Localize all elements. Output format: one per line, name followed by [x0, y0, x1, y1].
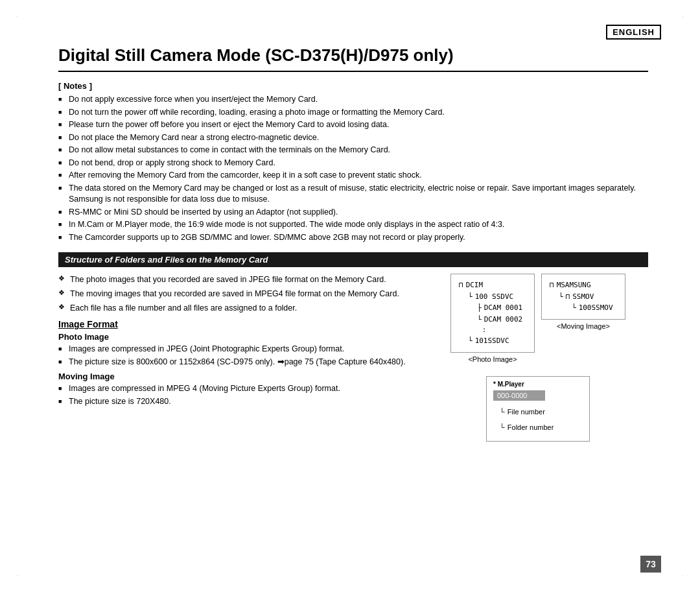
tree-connector: └	[500, 406, 505, 419]
structure-section-header: Structure of Folders and Files on the Me…	[58, 252, 648, 267]
two-column-layout: The photo images that you recorded are s…	[58, 274, 648, 442]
notes-list: Do not apply excessive force when you in…	[58, 94, 648, 243]
mplayer-file-number: File number	[508, 406, 545, 419]
moving-folder-box: ⊓ MSAMSUNG └ ⊓ SSMOV	[541, 274, 625, 320]
photo-bullets: Images are compressed in JPEG (Joint Pho…	[58, 344, 415, 368]
note-item: The Camcorder supports up to 2GB SD/MMC …	[58, 232, 648, 244]
structure-bullet: Each file has a file number and all file…	[58, 302, 415, 314]
note-item: Do not bend, drop or apply strong shock …	[58, 158, 648, 169]
tree-connector: └	[559, 291, 563, 303]
moving-bullet: The picture size is 720X480.	[58, 396, 415, 408]
note-item: Do not apply excessive force when you in…	[58, 94, 648, 106]
tree-label: DCIM	[466, 279, 484, 291]
right-column: ⊓ DCIM └ 100 SSDVC ├	[428, 274, 648, 442]
note-item: Do not place the Memory Card near a stro…	[58, 132, 648, 144]
image-format-title: Image Format	[58, 319, 415, 329]
tree-connector: ├	[477, 302, 482, 314]
mplayer-container: * M.Player 000-0000 └ File number └ Fold…	[428, 376, 648, 442]
structure-bullets: The photo images that you recorded are s…	[58, 274, 415, 314]
mplayer-folder-number: Folder number	[508, 421, 554, 434]
tree-branch: └ ⊓ SSMOV └ 100SSMOV	[550, 291, 617, 314]
image-format-section: Image Format Photo Image Images are comp…	[58, 319, 415, 407]
page-number: 73	[640, 556, 661, 573]
tree-label: 100SSMOV	[579, 302, 613, 314]
moving-bullet: Images are compressed in MPEG 4 (Moving …	[58, 383, 415, 395]
tree-connector: └	[468, 335, 472, 347]
tree-label: 100 SSDVC	[475, 291, 514, 303]
moving-diagram: ⊓ MSAMSUNG └ ⊓ SSMOV	[541, 274, 625, 363]
tree-row: └ DCAM 0002	[477, 314, 526, 326]
structure-bullet: The photo images that you recorded are s…	[58, 274, 415, 285]
photo-tree: ⊓ DCIM └ 100 SSDVC ├	[459, 279, 526, 347]
photo-diagram-label: <Photo Image>	[468, 355, 517, 363]
left-column: The photo images that you recorded are s…	[58, 274, 415, 442]
note-item: In M.Cam or M.Player mode, the 16:9 wide…	[58, 219, 648, 231]
structure-bullet: The moving images that you recorded are …	[58, 288, 415, 300]
mplayer-title: * M.Player	[493, 381, 583, 388]
tree-connector: └	[477, 314, 482, 326]
tree-row: ├ DCAM 0001	[477, 302, 526, 314]
tree-branch: └ 100 SSDVC ├ DCAM 0001 └	[459, 291, 526, 347]
moving-tree: ⊓ MSAMSUNG └ ⊓ SSMOV	[550, 279, 617, 314]
tree-connector: └	[572, 302, 576, 314]
folder-icon: ⊓	[550, 279, 554, 291]
photo-image-title: Photo Image	[58, 332, 415, 342]
tree-sub-branch: ├ DCAM 0001 └ DCAM 0002 :	[468, 302, 526, 335]
note-item: Do not turn the power off while recordin…	[58, 107, 648, 119]
corner-dot-tl: ·	[16, 13, 18, 20]
tree-label: MSAMSUNG	[557, 279, 591, 291]
moving-diagram-label: <Moving Image>	[557, 322, 610, 330]
photo-diagram: ⊓ DCIM └ 100 SSDVC ├	[450, 274, 535, 363]
tree-label: DCAM 0001	[484, 302, 523, 314]
moving-bullets: Images are compressed in MPEG 4 (Moving …	[58, 383, 415, 407]
tree-row: └ 100 SSDVC	[468, 291, 526, 303]
note-item: After removing the Memory Card from the …	[58, 170, 648, 182]
tree-row: ⊓ MSAMSUNG	[550, 279, 617, 291]
english-badge: ENGLISH	[606, 25, 661, 40]
mplayer-tree-file: └ File number	[500, 406, 583, 419]
folder-icon: ⊓	[459, 279, 463, 291]
mplayer-box: * M.Player 000-0000 └ File number └ Fold…	[486, 376, 590, 442]
mplayer-tree-folder: └ Folder number	[500, 421, 583, 434]
note-item: The data stored on the Memory Card may b…	[58, 183, 648, 206]
notes-section: [ Notes ] Do not apply excessive force w…	[58, 81, 648, 243]
tree-ellipsis: :	[477, 325, 526, 335]
mplayer-file-label: 000-0000	[493, 390, 545, 401]
corner-dot-tr: ·	[682, 13, 684, 20]
tree-row: └ 100SSMOV	[572, 302, 617, 314]
photo-bullet: Images are compressed in JPEG (Joint Pho…	[58, 344, 415, 355]
folder-diagrams: ⊓ DCIM └ 100 SSDVC ├	[428, 274, 648, 363]
page-title: Digital Still Camera Mode (SC-D375(H)/D9…	[58, 45, 648, 72]
moving-image-title: Moving Image	[58, 372, 415, 381]
notes-header: [ Notes ]	[58, 81, 648, 91]
note-item: RS-MMC or Mini SD should be inserted by …	[58, 207, 648, 219]
note-item: Do not allow metal substances to come in…	[58, 145, 648, 156]
tree-label: SSMOV	[572, 291, 594, 303]
photo-bullet: The picture size is 800x600 or 1152x864 …	[58, 357, 415, 368]
tree-row: └ 101SSDVC	[468, 335, 526, 347]
corner-dot-bl: ·	[16, 572, 18, 579]
tree-connector: └	[500, 421, 505, 434]
tree-sub-branch: └ 100SSMOV	[559, 302, 617, 314]
note-item: Please turn the power off before you ins…	[58, 119, 648, 131]
tree-row: └ ⊓ SSMOV	[559, 291, 617, 303]
mplayer-tree: └ File number └ Folder number	[493, 406, 583, 434]
tree-row: ⊓ DCIM	[459, 279, 526, 291]
tree-label: DCAM 0002	[484, 314, 523, 326]
tree-connector: └	[468, 291, 472, 303]
corner-dot-br: ·	[682, 572, 684, 579]
tree-label: 101SSDVC	[475, 335, 509, 347]
folder-icon-sm: ⊓	[566, 291, 570, 303]
photo-folder-box: ⊓ DCIM └ 100 SSDVC ├	[450, 274, 535, 353]
